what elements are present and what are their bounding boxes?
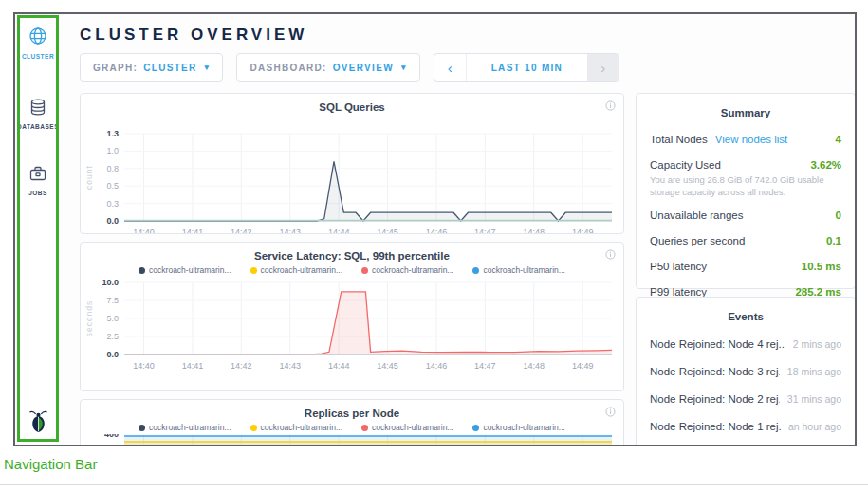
dashboard-dropdown-value: OVERVIEW [333,63,394,73]
legend-item[interactable]: cockroach-ultramarin... [250,265,342,275]
svg-text:14:42: 14:42 [231,361,252,371]
legend-label: cockroach-ultramarin... [483,423,564,432]
svg-text:14:40: 14:40 [133,361,155,371]
graph-dropdown[interactable]: GRAPH: CLUSTER ▾ [80,53,223,82]
event-text: Node Rejoined: Node 3 rej... [650,366,780,377]
legend-dot-icon [361,425,368,431]
summary-panel: Summary Total Nodes View nodes list 4 Ca… [636,93,856,289]
summary-row-value: 4 [836,134,841,145]
legend-label: cockroach-ultramarin... [261,423,342,432]
legend-item[interactable]: cockroach-ultramarin... [361,265,453,275]
database-icon [28,103,47,119]
sidebar-item-label: CLUSTER [15,53,61,60]
svg-text:0.5: 0.5 [106,181,119,191]
charts-column: SQL Queries 0.00.30.50.81.01.314:4014:41… [80,93,624,446]
summary-row-p50-latency: P50 latency 10.5 ms [650,254,841,280]
summary-row-queries-per-second: Queries per second 0.1 [650,228,841,254]
chart-panel-sql-queries: SQL Queries 0.00.30.50.81.01.314:4014:41… [80,93,624,234]
svg-text:14:40: 14:40 [133,227,155,234]
event-row: Node Rejoined: Node 1 rej... an hour ago [650,412,841,440]
svg-text:1.3: 1.3 [106,129,119,138]
svg-text:14:47: 14:47 [474,227,496,234]
legend-dot-icon [472,425,479,431]
legend-item[interactable]: cockroach-ultramarin... [250,423,342,432]
chart-panel-replicas-per-node: Replicas per Node cockroach-ultramarin..… [80,399,624,446]
svg-text:14:46: 14:46 [426,227,448,234]
summary-row-capacity-used: Capacity Used 3.62% [650,152,841,177]
legend-dot-icon [139,267,145,274]
svg-text:7.5: 7.5 [106,296,119,305]
legend-label: cockroach-ultramarin... [372,423,453,432]
chart-legend: cockroach-ultramarin...cockroach-ultrama… [81,421,623,434]
chevron-right-icon: › [600,60,605,76]
bottom-divider [0,484,868,485]
svg-text:400: 400 [104,434,119,439]
time-range-prev-button[interactable]: ‹ [434,54,466,81]
legend-item[interactable]: cockroach-ultramarin... [139,423,231,432]
event-time: 31 mins ago [787,393,841,405]
info-icon[interactable] [605,100,616,111]
legend-dot-icon [361,267,368,274]
svg-text:14:45: 14:45 [377,227,398,234]
main-content: CLUSTER OVERVIEW GRAPH: CLUSTER ▾ DASHBO… [61,14,855,445]
sidebar-item-label: DATABASES [15,123,61,130]
info-icon[interactable] [605,407,616,417]
svg-text:2.5: 2.5 [106,332,119,341]
legend-dot-icon [139,425,145,431]
summary-row-unavailable-ranges: Unavailable ranges 0 [650,203,841,228]
view-nodes-list-link[interactable]: View nodes list [715,134,788,145]
event-time: an hour ago [788,421,841,432]
svg-text:count: count [84,165,94,190]
svg-text:14:47: 14:47 [474,361,496,371]
legend-item[interactable]: cockroach-ultramarin... [472,265,564,275]
svg-text:seconds: seconds [84,300,94,337]
dashboard-dropdown-label: DASHBOARD: [249,63,326,73]
chart-canvas: 0.00.30.50.81.01.314:4014:4114:4214:4314… [81,128,623,234]
legend-item[interactable]: cockroach-ultramarin... [472,423,564,432]
legend-item[interactable]: cockroach-ultramarin... [139,265,231,275]
time-range-next-button[interactable]: › [587,54,619,81]
chart-panel-service-latency: Service Latency: SQL, 99th percentile co… [80,242,624,391]
svg-text:14:49: 14:49 [572,227,594,234]
chart-legend: cockroach-ultramarin...cockroach-ultrama… [81,263,623,277]
sidebar-item-jobs[interactable]: JOBS [15,164,61,196]
capacity-used-description: You are using 26.8 GiB of 742.0 GiB usab… [650,174,841,199]
page-title: CLUSTER OVERVIEW [80,26,855,45]
legend-label: cockroach-ultramarin... [483,265,564,275]
legend-dot-icon [250,267,257,274]
event-row: Node Rejoined: Node 4 rej... 2 mins ago [650,330,841,357]
svg-text:14:43: 14:43 [279,227,301,234]
event-time: 18 mins ago [787,366,841,377]
sidebar-item-databases[interactable]: DATABASES [15,98,61,130]
svg-text:14:43: 14:43 [279,361,301,371]
sidebar: CLUSTER DATABASES JOBS [15,14,61,445]
legend-item[interactable]: cockroach-ultramarin... [361,423,453,432]
chevron-down-icon: ▾ [401,63,407,72]
svg-text:0.0: 0.0 [106,350,119,359]
chart-title: Service Latency: SQL, 99th percentile [81,243,623,263]
legend-label: cockroach-ultramarin... [149,423,231,432]
sidebar-item-cluster[interactable]: CLUSTER [15,26,61,60]
chevron-left-icon: ‹ [448,60,452,76]
summary-row-label: P50 latency [650,261,707,272]
globe-icon [28,33,48,49]
time-range-label[interactable]: LAST 10 MIN [466,54,587,81]
event-text: Node Rejoined: Node 4 rej... [650,338,785,350]
dashboard-dropdown[interactable]: DASHBOARD: OVERVIEW ▾ [236,53,419,82]
chart-legend [81,115,623,128]
summary-row-value: 10.5 ms [802,261,841,272]
svg-text:14:49: 14:49 [572,361,594,371]
chart-title: SQL Queries [81,94,623,115]
svg-text:0.0: 0.0 [106,216,119,226]
svg-text:14:44: 14:44 [328,361,350,371]
legend-label: cockroach-ultramarin... [372,265,453,275]
svg-text:14:41: 14:41 [182,361,204,371]
right-column: Summary Total Nodes View nodes list 4 Ca… [636,93,856,446]
summary-row-label: Capacity Used [650,159,721,171]
graph-dropdown-label: GRAPH: [93,63,138,73]
summary-row-label: Unavailable ranges [650,209,743,221]
svg-text:0.3: 0.3 [106,199,119,209]
sidebar-item-label: JOBS [15,190,61,196]
summary-row-value: 0 [836,209,841,221]
info-icon[interactable] [605,249,616,260]
